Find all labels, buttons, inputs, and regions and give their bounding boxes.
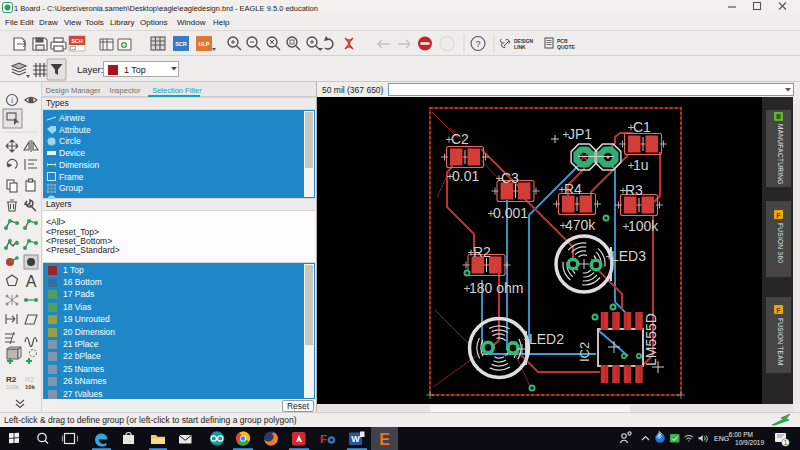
svg-text:C1: C1 [633, 119, 651, 135]
svg-text:C3: C3 [501, 170, 519, 186]
svg-text:100k: 100k [628, 218, 659, 234]
svg-text:QUOTE: QUOTE [557, 44, 575, 50]
svg-text:?: ? [475, 39, 480, 49]
svg-text:1: 1 [784, 439, 788, 446]
svg-text:W: W [351, 434, 360, 444]
svg-text:R2: R2 [473, 244, 491, 260]
svg-text:LED3: LED3 [611, 248, 646, 264]
svg-text:R2: R2 [6, 375, 17, 384]
svg-text:SCH: SCH [71, 38, 83, 44]
svg-text:F: F [776, 307, 781, 314]
svg-text:C2: C2 [451, 131, 469, 147]
svg-text:ENG: ENG [714, 435, 729, 442]
svg-text:R2: R2 [25, 376, 34, 383]
svg-text:0.001: 0.001 [493, 205, 528, 221]
svg-text:R3: R3 [625, 182, 643, 198]
svg-text:1u: 1u [633, 157, 649, 173]
svg-text:ULP: ULP [199, 41, 210, 47]
svg-text:100k: 100k [6, 384, 20, 390]
svg-text:F: F [320, 433, 327, 445]
svg-text:LM555D: LM555D [643, 313, 659, 366]
svg-text:R4: R4 [564, 181, 582, 197]
svg-text:i: i [11, 96, 14, 105]
svg-text:F: F [776, 212, 781, 219]
svg-text:E: E [379, 431, 390, 448]
svg-text:0.01: 0.01 [452, 168, 479, 184]
svg-text:IC2: IC2 [577, 342, 592, 362]
svg-text:A: A [26, 273, 37, 290]
svg-text:LINK: LINK [514, 44, 526, 50]
svg-text:JP1: JP1 [568, 126, 592, 142]
svg-text:6:00 PM: 6:00 PM [729, 431, 753, 438]
svg-text:10/9/2019: 10/9/2019 [735, 439, 764, 446]
svg-text:470k: 470k [565, 217, 596, 233]
svg-text:SCR: SCR [175, 41, 187, 47]
svg-text:180 ohm: 180 ohm [469, 280, 523, 296]
svg-text:10k: 10k [25, 384, 36, 390]
svg-text:LED2: LED2 [529, 331, 564, 347]
